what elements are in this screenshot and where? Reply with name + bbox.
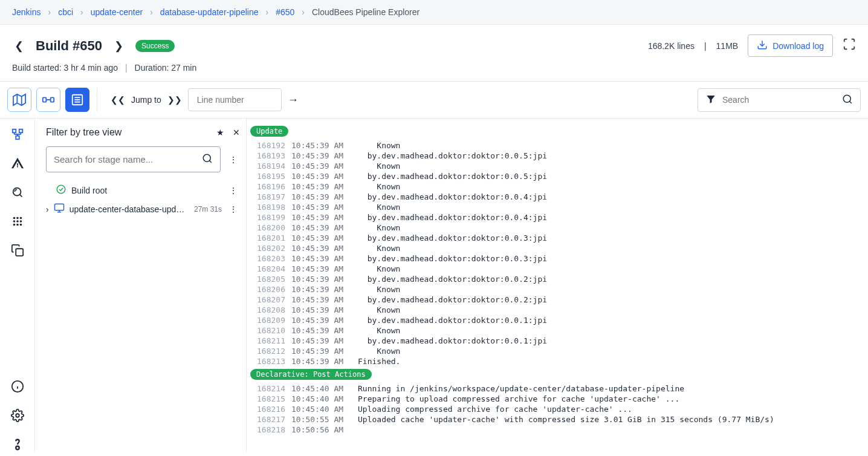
svg-point-29 — [16, 224, 19, 226]
log-message: by.dev.madhead.doktor:doktor:0.0.5:jpi — [358, 151, 547, 160]
tree-label: Build root — [71, 186, 222, 195]
chevron-right-icon: › — [150, 7, 153, 17]
view-map-button[interactable] — [7, 88, 31, 112]
breadcrumb-item[interactable]: #650 — [276, 7, 294, 17]
left-rail — [0, 119, 35, 452]
view-graph-button[interactable] — [36, 88, 60, 112]
log-line[interactable]: 16820310:45:39 AM by.dev.madhead.doktor:… — [247, 253, 868, 264]
more-icon[interactable]: ⋮ — [227, 204, 240, 214]
breadcrumb-item[interactable]: database-updater-pipeline — [160, 7, 259, 17]
log-message: Known — [358, 326, 400, 335]
log-line[interactable]: 16819710:45:39 AM by.dev.madhead.doktor:… — [247, 192, 868, 202]
log-message: Known — [358, 285, 400, 294]
go-arrow-icon[interactable]: → — [288, 94, 299, 106]
svg-point-23 — [16, 217, 19, 220]
line-number-input[interactable] — [188, 88, 282, 111]
log-line[interactable]: 16819610:45:39 AM Known — [247, 181, 868, 192]
timestamp: 10:45:39 AM — [291, 305, 358, 314]
timestamp: 10:45:40 AM — [291, 405, 358, 414]
star-icon[interactable]: ★ — [216, 128, 224, 137]
breadcrumb-item[interactable]: Jenkins — [12, 7, 40, 17]
jump-prev-icon[interactable]: ❮❮ — [111, 95, 125, 105]
log-line[interactable]: 16820710:45:39 AM by.dev.madhead.doktor:… — [247, 295, 868, 305]
build-header: ❮ Build #650 ❯ Success 168.2K lines | 11… — [0, 25, 868, 82]
log-line[interactable]: 16820110:45:39 AM by.dev.madhead.doktor:… — [247, 233, 868, 243]
log-line[interactable]: 16819410:45:39 AM Known — [247, 161, 868, 171]
check-circle-icon — [56, 184, 66, 197]
rail-scan-icon[interactable] — [10, 185, 25, 200]
log-line[interactable]: 16819510:45:39 AM by.dev.madhead.doktor:… — [247, 171, 868, 181]
log-line[interactable]: 16820410:45:39 AM Known — [247, 264, 868, 274]
log-line[interactable]: 16820910:45:39 AM by.dev.madhead.doktor:… — [247, 315, 868, 325]
log-line[interactable]: 16821810:50:56 AM — [247, 425, 868, 435]
chevron-right-icon: › — [302, 7, 305, 17]
search-icon[interactable] — [842, 94, 853, 106]
log-line[interactable]: 16821410:45:40 AMRunning in /jenkins/wor… — [247, 383, 868, 394]
log-line[interactable]: 16819810:45:39 AM Known — [247, 202, 868, 212]
timestamp: 10:45:39 AM — [291, 264, 358, 273]
line-number: 168215 — [254, 394, 291, 403]
log-line[interactable]: 16819210:45:39 AM Known — [247, 140, 868, 151]
log-line[interactable]: 16820810:45:39 AM Known — [247, 305, 868, 315]
rail-tree-icon[interactable] — [10, 127, 25, 142]
jump-next-icon[interactable]: ❯❯ — [167, 95, 182, 105]
svg-marker-1 — [13, 94, 25, 105]
svg-point-28 — [13, 224, 15, 226]
close-icon[interactable]: ✕ — [233, 128, 240, 137]
timestamp: 10:45:39 AM — [291, 182, 358, 191]
search-icon[interactable] — [202, 153, 213, 166]
view-list-button[interactable] — [65, 88, 89, 112]
more-icon[interactable]: ⋮ — [227, 155, 240, 164]
rail-settings-icon[interactable] — [10, 408, 25, 423]
log-line[interactable]: 16821710:50:55 AMUploaded cache 'updater… — [247, 414, 868, 425]
log-line[interactable]: 16819310:45:39 AM by.dev.madhead.doktor:… — [247, 151, 868, 161]
svg-point-35 — [16, 414, 19, 417]
line-number: 168211 — [254, 336, 291, 345]
line-number: 168205 — [254, 275, 291, 284]
log-message: Known — [358, 347, 400, 356]
download-log-button[interactable]: Download log — [748, 34, 833, 57]
prev-build-chevron[interactable]: ❮ — [12, 39, 26, 53]
log-line[interactable]: 16821310:45:39 AMFinished. — [247, 356, 868, 366]
stage-search[interactable] — [46, 146, 221, 172]
chevron-right-icon[interactable]: › — [46, 204, 49, 214]
rail-info-icon[interactable] — [10, 379, 25, 394]
log-message: Finished. — [358, 357, 400, 366]
stage-search-input[interactable] — [54, 154, 197, 164]
chevron-right-icon: › — [80, 7, 83, 17]
search-box[interactable] — [698, 88, 861, 112]
duration-text: 27m 31s — [194, 205, 222, 213]
fullscreen-icon[interactable] — [843, 37, 856, 54]
log-line[interactable]: 16821010:45:39 AM Known — [247, 325, 868, 336]
log-line[interactable]: 16820010:45:39 AM Known — [247, 223, 868, 233]
line-number: 168193 — [254, 151, 291, 160]
log-pane[interactable]: Update 16819210:45:39 AM Known16819310:4… — [247, 119, 868, 452]
tree-row[interactable]: ›update-center-database-upda…27m 31s⋮ — [46, 200, 240, 218]
breadcrumb-item[interactable]: update-center — [91, 7, 143, 17]
timestamp: 10:45:39 AM — [291, 295, 358, 304]
line-number: 168207 — [254, 295, 291, 304]
tree-row[interactable]: Build root⋮ — [46, 181, 240, 200]
line-number: 168201 — [254, 233, 291, 243]
search-input[interactable] — [722, 95, 836, 105]
rail-link-icon[interactable] — [10, 437, 25, 452]
log-line[interactable]: 16820610:45:39 AM Known — [247, 284, 868, 295]
rail-warning-icon[interactable] — [10, 156, 25, 171]
log-line[interactable]: 16821210:45:39 AM Known — [247, 346, 868, 356]
breadcrumb-item[interactable]: cbci — [58, 7, 73, 17]
next-build-chevron[interactable]: ❯ — [112, 39, 126, 53]
svg-point-22 — [13, 217, 15, 220]
log-line[interactable]: 16820210:45:39 AM Known — [247, 243, 868, 253]
line-number: 168209 — [254, 316, 291, 325]
rail-grid-icon[interactable] — [10, 214, 25, 229]
log-line[interactable]: 16821610:45:40 AMUploading compressed ar… — [247, 404, 868, 414]
line-number: 168214 — [254, 384, 291, 393]
log-line[interactable]: 16821510:45:40 AMPreparing to upload com… — [247, 394, 868, 404]
log-line[interactable]: 16821110:45:39 AM by.dev.madhead.doktor:… — [247, 336, 868, 346]
rail-copy-icon[interactable] — [10, 243, 25, 258]
log-line[interactable]: 16819910:45:39 AM by.dev.madhead.doktor:… — [247, 212, 868, 223]
sidebar-title: Filter by tree view — [46, 127, 121, 138]
more-icon[interactable]: ⋮ — [227, 186, 240, 195]
log-line[interactable]: 16820510:45:39 AM by.dev.madhead.doktor:… — [247, 274, 868, 284]
line-number: 168198 — [254, 203, 291, 212]
